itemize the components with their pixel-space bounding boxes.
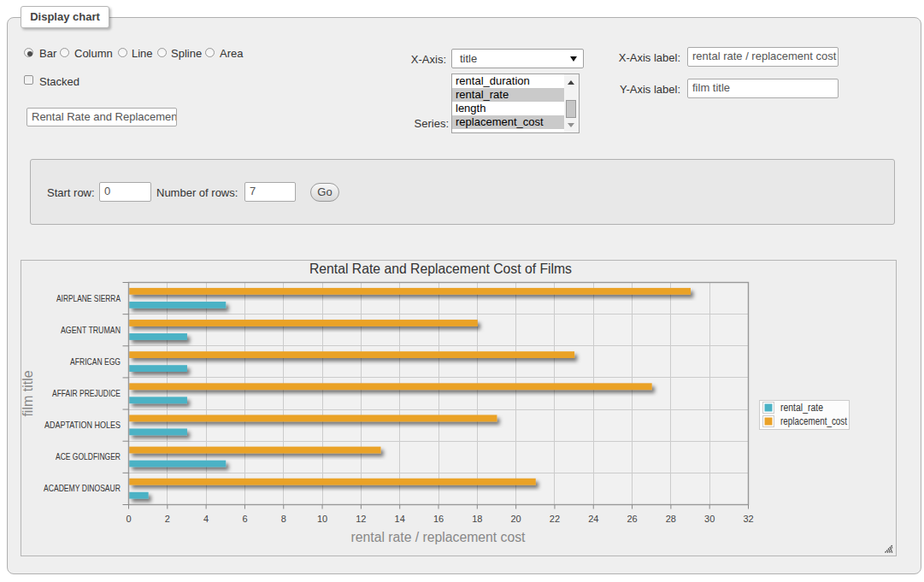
svg-text:8: 8 bbox=[281, 514, 286, 524]
svg-text:4: 4 bbox=[203, 514, 209, 524]
svg-text:6: 6 bbox=[242, 514, 247, 524]
svg-text:26: 26 bbox=[627, 514, 637, 524]
svg-text:28: 28 bbox=[666, 514, 676, 524]
svg-text:22: 22 bbox=[550, 514, 560, 524]
svg-text:ADAPTATION HOLES: ADAPTATION HOLES bbox=[44, 420, 121, 430]
svg-text:0: 0 bbox=[126, 514, 131, 524]
svg-text:16: 16 bbox=[433, 514, 444, 524]
svg-text:film title: film title bbox=[21, 370, 35, 416]
svg-text:rental_rate: rental_rate bbox=[780, 402, 823, 414]
svg-text:AIRPLANE SIERRA: AIRPLANE SIERRA bbox=[56, 293, 121, 303]
svg-text:ACE GOLDFINGER: ACE GOLDFINGER bbox=[56, 451, 121, 461]
svg-text:Rental Rate and Replacement Co: Rental Rate and Replacement Cost of Film… bbox=[309, 261, 572, 276]
svg-text:rental rate / replacement cost: rental rate / replacement cost bbox=[351, 530, 527, 544]
svg-text:2: 2 bbox=[165, 514, 170, 524]
svg-text:10: 10 bbox=[317, 514, 327, 524]
svg-text:14: 14 bbox=[395, 514, 405, 524]
svg-text:AFFAIR PREJUDICE: AFFAIR PREJUDICE bbox=[52, 388, 121, 398]
svg-text:24: 24 bbox=[588, 514, 598, 524]
svg-text:12: 12 bbox=[356, 514, 366, 524]
svg-text:AGENT TRUMAN: AGENT TRUMAN bbox=[61, 325, 121, 335]
svg-text:18: 18 bbox=[472, 514, 482, 524]
svg-text:30: 30 bbox=[704, 514, 715, 524]
svg-text:replacement_cost: replacement_cost bbox=[780, 415, 848, 427]
svg-text:32: 32 bbox=[743, 514, 753, 524]
svg-text:ACADEMY DINOSAUR: ACADEMY DINOSAUR bbox=[44, 483, 121, 493]
svg-text:20: 20 bbox=[511, 514, 521, 524]
svg-text:AFRICAN EGG: AFRICAN EGG bbox=[70, 356, 121, 367]
